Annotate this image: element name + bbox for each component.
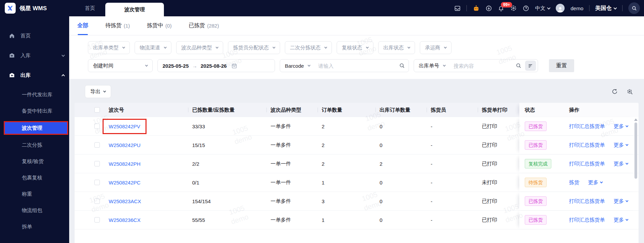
table-row: W2508242PU 15/15 一单多件 2 0 - 已打印 已拣货 打印汇总… xyxy=(75,136,639,155)
print-summary-pick-list-link[interactable]: 打印汇总拣货单 xyxy=(569,123,605,130)
outbound-count-cell: 0 xyxy=(380,117,431,135)
row-checkbox[interactable] xyxy=(75,192,109,210)
scroll-up-arrow[interactable] xyxy=(634,118,638,121)
header-order-count: 订单数量 xyxy=(322,103,380,117)
select-outbound-order-type[interactable]: 出库单类型 xyxy=(88,41,130,54)
picked-qty-cell: 15/15 xyxy=(192,136,271,154)
sidebar-item-dropship-outbound[interactable]: 一件代发出库 xyxy=(0,86,69,103)
select-secondary-sort-status[interactable]: 二次分拣状态 xyxy=(285,41,332,54)
inbox-mail-icon[interactable] xyxy=(454,5,461,12)
picker-cell: - xyxy=(431,173,482,192)
scrollbar-thumb[interactable] xyxy=(634,123,637,179)
topnav-wave-management[interactable]: 波次管理 xyxy=(105,3,164,16)
global-search-icon[interactable] xyxy=(628,2,640,14)
sidebar-item-inbound[interactable]: 入库 xyxy=(0,47,69,64)
sidebar-item-package-review[interactable]: 包裹复核 xyxy=(0,169,69,186)
select-carrier[interactable]: 承运商 xyxy=(420,41,451,54)
wave-number-link[interactable]: W2508242PH xyxy=(109,161,140,167)
more-button[interactable]: 更多 xyxy=(614,217,628,223)
sidebar-item-outbound[interactable]: 出库 xyxy=(0,67,69,84)
tab-all[interactable]: 全部 xyxy=(77,16,88,35)
wave-number-link[interactable]: W2508242PC xyxy=(109,180,140,185)
search-icon[interactable] xyxy=(515,63,525,69)
sidebar-item-stock-transfer-outbound[interactable]: 备货中转出库 xyxy=(0,103,69,119)
sidebar-item-review-inspection[interactable]: 复核/验货 xyxy=(0,153,69,169)
tab-picked[interactable]: 已拣货(282) xyxy=(189,16,219,35)
wave-type-cell: 一单多件 xyxy=(271,211,322,229)
username-label[interactable]: demo xyxy=(570,5,583,11)
picked-qty-cell: 2/2 xyxy=(192,155,271,173)
header-status: 状态 xyxy=(519,103,564,117)
row-checkbox[interactable] xyxy=(75,136,109,154)
download-icon[interactable] xyxy=(486,5,492,12)
sidebar-item-split-order[interactable]: 拆单 xyxy=(0,218,69,235)
help-icon[interactable] xyxy=(523,5,529,12)
select-picker-assign-status[interactable]: 拣货员分配状态 xyxy=(228,41,280,54)
sidebar-item-label: 首页 xyxy=(20,33,31,39)
sidebar-item-secondary-sorting[interactable]: 二次分拣 xyxy=(0,137,69,153)
select-date-type[interactable]: 创建时间 xyxy=(88,59,153,72)
language-switcher[interactable]: 中文 xyxy=(535,5,550,12)
pick-link[interactable]: 拣货 xyxy=(569,179,579,186)
sidebar-item-logistics-grouping[interactable]: 物流组包 xyxy=(0,202,69,218)
search-icon[interactable] xyxy=(398,63,409,69)
order-search-input[interactable] xyxy=(450,60,515,72)
date-range-picker[interactable]: 2025-05-25 → 2025-08-26 xyxy=(157,59,275,72)
divider xyxy=(622,5,623,11)
more-button[interactable]: 更多 xyxy=(614,123,628,130)
notifications-bell-icon[interactable]: 99+ xyxy=(498,5,504,12)
tab-pending-pick[interactable]: 待拣货(1) xyxy=(105,16,130,35)
topbar: 领星 WMS 首页 波次管理 99+ 中文 demo 美国仓 xyxy=(0,0,644,16)
select-order-number-type[interactable]: 出库单号 xyxy=(414,60,450,72)
date-to[interactable]: 2025-08-26 xyxy=(201,63,227,69)
row-checkbox[interactable] xyxy=(75,155,109,173)
column-settings-icon[interactable] xyxy=(627,88,633,95)
reset-button[interactable]: 重置 xyxy=(549,59,574,72)
warehouse-switcher[interactable]: 美国仓 xyxy=(595,5,616,12)
sidebar-item-wave-management[interactable]: 波次管理 xyxy=(4,121,68,135)
tab-picking[interactable]: 拣货中(0) xyxy=(147,16,171,35)
export-button[interactable]: 导出 xyxy=(85,85,111,98)
sidebar-item-label: 出库 xyxy=(20,72,31,79)
more-button[interactable]: 更多 xyxy=(614,142,628,148)
chevron-down-icon xyxy=(626,199,628,202)
print-summary-pick-list-link[interactable]: 打印汇总拣货单 xyxy=(569,142,605,148)
barcode-input[interactable] xyxy=(315,60,398,72)
chevron-down-icon xyxy=(626,218,628,221)
print-summary-pick-list-link[interactable]: 打印汇总拣货单 xyxy=(569,161,605,167)
order-count-cell: 2 xyxy=(322,117,380,135)
chevron-down-icon xyxy=(443,64,446,66)
more-button[interactable]: 更多 xyxy=(614,198,628,205)
row-checkbox[interactable] xyxy=(75,173,109,192)
more-button[interactable]: 更多 xyxy=(588,179,602,186)
wave-number-link[interactable]: W2508242PU xyxy=(109,142,140,148)
table-scrollbar[interactable] xyxy=(634,118,638,243)
print-summary-pick-list-link[interactable]: 打印汇总拣货单 xyxy=(569,217,605,223)
topnav-home[interactable]: 首页 xyxy=(75,0,105,16)
chevron-down-icon xyxy=(614,6,617,10)
wave-number-link[interactable]: W250823ACX xyxy=(109,198,141,204)
sidebar-item-weighing[interactable]: 称重 xyxy=(0,186,69,202)
select-all-checkbox[interactable] xyxy=(75,103,109,117)
date-from[interactable]: 2025-05-25 xyxy=(163,63,189,69)
select-wave-variety-type[interactable]: 波次品种类型 xyxy=(176,41,223,54)
assistant-robot-icon[interactable] xyxy=(473,5,480,12)
date-range-arrow: → xyxy=(192,63,197,69)
sidebar-item-home[interactable]: 首页 xyxy=(0,27,69,44)
header-operations: 操作 xyxy=(564,103,639,117)
batch-search-icon[interactable] xyxy=(525,61,536,71)
more-button[interactable]: 更多 xyxy=(614,161,628,167)
select-barcode-type[interactable]: Barcode xyxy=(280,60,315,72)
refresh-icon[interactable] xyxy=(612,88,618,95)
table-row: W2508242PH 2/2 一单一件 2 2 - 已打印 复核完成 打印汇总拣… xyxy=(75,155,639,173)
wave-number-link[interactable]: W2508236CX xyxy=(109,217,140,223)
row-checkbox[interactable] xyxy=(75,211,109,229)
print-summary-pick-list-link[interactable]: 打印汇总拣货单 xyxy=(569,198,605,205)
user-avatar[interactable] xyxy=(556,4,565,13)
barcode-search-group: Barcode xyxy=(280,59,409,72)
select-review-status[interactable]: 复核状态 xyxy=(337,41,373,54)
wave-number-link[interactable]: W2508242PV xyxy=(109,124,140,129)
select-logistics-channel[interactable]: 物流渠道 xyxy=(135,41,171,54)
wave-type-cell: 一单多件 xyxy=(271,117,322,135)
select-outbound-status[interactable]: 出库状态 xyxy=(378,41,415,54)
